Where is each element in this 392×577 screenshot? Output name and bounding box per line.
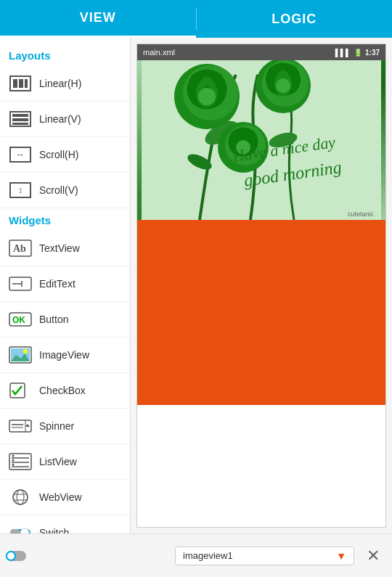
svg-rect-5: [12, 114, 28, 117]
svg-text:↔: ↔: [16, 150, 25, 160]
svg-text:Ab: Ab: [13, 243, 26, 254]
svg-point-33: [12, 455, 15, 457]
checkbox-icon: [9, 379, 32, 402]
layouts-section-title: Layouts: [0, 44, 130, 66]
layout-scroll-h-label: Scroll(H): [39, 149, 78, 160]
spinner-icon: [9, 414, 32, 438]
widget-switch[interactable]: Switch: [0, 515, 130, 533]
bottom-input-area[interactable]: imageview1 ▼: [175, 547, 354, 565]
bottom-switch-icon: [6, 550, 26, 562]
status-bar-filename: main.xml: [143, 48, 175, 57]
svg-rect-2: [19, 79, 23, 88]
svg-rect-6: [12, 118, 28, 121]
layout-scroll-v[interactable]: ↕ Scroll(V): [0, 173, 130, 208]
widget-imageview[interactable]: ImageView: [0, 337, 130, 373]
status-bar: main.xml ▌▌▌ 🔋 1:37: [137, 44, 385, 60]
close-icon: ✕: [367, 547, 380, 565]
linear-h-icon: [9, 72, 32, 95]
edittext-icon: [9, 272, 32, 295]
svg-text:cutetanic: cutetanic: [348, 210, 375, 218]
right-panel: main.xml ▌▌▌ 🔋 1:37: [131, 38, 392, 533]
widget-listview[interactable]: ListView: [0, 444, 130, 480]
widget-textview-label: TextView: [39, 242, 80, 254]
listview-icon: [9, 450, 32, 473]
dropdown-arrow-icon[interactable]: ▼: [336, 550, 346, 562]
close-button[interactable]: ✕: [360, 543, 386, 569]
linear-v-icon: [9, 107, 32, 131]
widget-textview[interactable]: Ab TextView: [0, 231, 130, 266]
canvas-orange-area: [137, 220, 385, 405]
svg-point-61: [276, 78, 290, 93]
tab-view-label: VIEW: [80, 10, 116, 25]
battery-icon: 🔋: [354, 49, 362, 57]
widget-switch-label: Switch: [39, 527, 69, 533]
tab-logic-label: LOGIC: [271, 12, 317, 27]
canvas-image-area: Have a nice day good morning cutetanic: [137, 60, 385, 220]
svg-point-58: [198, 88, 216, 105]
selected-widget-name: imageview1: [183, 550, 233, 561]
svg-point-34: [12, 459, 15, 462]
layout-linear-h-label: Linear(H): [39, 78, 81, 89]
tab-logic[interactable]: LOGIC: [197, 0, 393, 38]
button-icon: OK: [9, 308, 32, 331]
layout-linear-h[interactable]: Linear(H): [0, 66, 130, 102]
widget-checkbox-label: CheckBox: [39, 385, 86, 396]
scroll-h-icon: ↔: [9, 143, 32, 166]
svg-point-70: [7, 552, 15, 560]
widget-spinner-label: Spinner: [39, 420, 74, 432]
layout-linear-v-label: Linear(V): [39, 113, 81, 125]
layout-linear-v[interactable]: Linear(V): [0, 102, 130, 137]
main-content: Layouts Linear(H): [0, 38, 392, 533]
widget-checkbox[interactable]: CheckBox: [0, 373, 130, 409]
svg-rect-3: [25, 79, 28, 88]
textview-icon: Ab: [9, 237, 32, 260]
widget-webview[interactable]: WebView: [0, 480, 130, 515]
widget-spinner[interactable]: Spinner: [0, 409, 130, 444]
widget-imageview-label: ImageView: [39, 349, 89, 361]
svg-marker-26: [25, 424, 30, 427]
svg-text:OK: OK: [12, 315, 25, 325]
widget-listview-label: ListView: [39, 456, 77, 467]
switch-icon: [9, 521, 32, 533]
tab-view[interactable]: VIEW: [0, 0, 196, 38]
bottom-widget-section: [6, 550, 169, 562]
svg-point-35: [12, 464, 15, 466]
svg-point-36: [13, 490, 28, 504]
webview-icon: [9, 486, 32, 509]
bottom-bar: imageview1 ▼ ✕: [0, 533, 392, 577]
widget-webview-label: WebView: [39, 491, 82, 503]
tab-bar: VIEW LOGIC: [0, 0, 392, 38]
svg-point-22: [23, 349, 28, 353]
widget-edittext[interactable]: EditText: [0, 266, 130, 302]
svg-rect-1: [13, 79, 17, 88]
svg-text:↕: ↕: [18, 185, 23, 195]
widgets-section-title: Widgets: [0, 208, 130, 231]
svg-rect-7: [12, 123, 28, 125]
widget-button[interactable]: OK Button: [0, 302, 130, 337]
time-display: 1:37: [365, 49, 380, 57]
scroll-v-icon: ↕: [9, 179, 32, 202]
widget-button-label: Button: [39, 314, 68, 325]
layout-scroll-h[interactable]: ↔ Scroll(H): [0, 137, 130, 173]
svg-point-41: [20, 528, 29, 533]
status-icons: ▌▌▌ 🔋 1:37: [335, 49, 380, 57]
widget-edittext-label: EditText: [39, 278, 75, 290]
android-frame: main.xml ▌▌▌ 🔋 1:37: [136, 44, 386, 528]
layout-scroll-v-label: Scroll(V): [39, 184, 78, 196]
imageview-icon: [9, 343, 32, 367]
left-panel: Layouts Linear(H): [0, 38, 131, 533]
roses-svg: Have a nice day good morning cutetanic: [137, 60, 385, 220]
svg-point-37: [17, 490, 24, 504]
signal-icon: ▌▌▌: [335, 49, 351, 57]
